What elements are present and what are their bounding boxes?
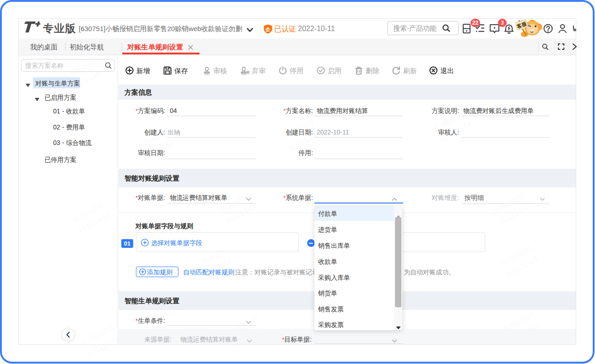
svg-text:企: 企 xyxy=(265,27,270,32)
